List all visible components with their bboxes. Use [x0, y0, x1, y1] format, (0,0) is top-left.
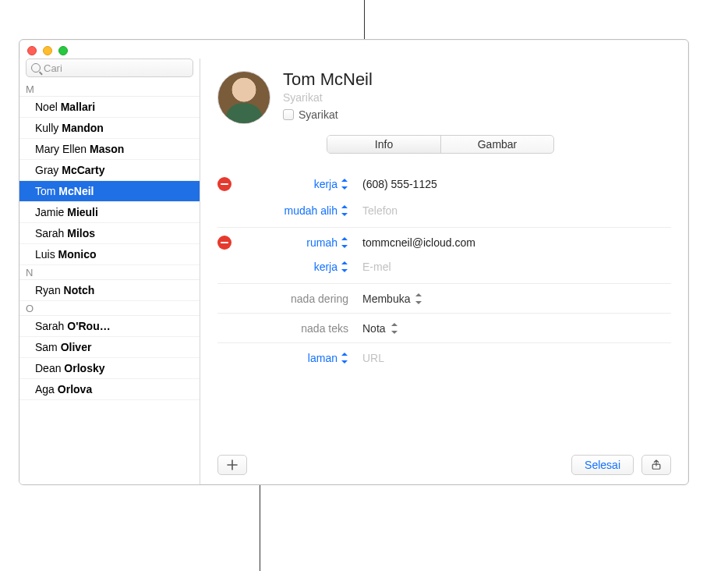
- contact-card: Tom McNeil Syarikat Syarikat Info Gambar…: [200, 59, 688, 484]
- close-window-button[interactable]: [27, 46, 37, 55]
- contact-row[interactable]: Sam Oliver: [19, 337, 200, 358]
- window-traffic-lights: [19, 40, 688, 59]
- chevron-updown-icon: [391, 323, 398, 334]
- phone-mobile-label-select[interactable]: mudah alih: [236, 204, 352, 217]
- email-work-value[interactable]: E-mel: [352, 261, 671, 273]
- done-button[interactable]: Selesai: [571, 455, 634, 475]
- contact-row[interactable]: Jamie Mieuli: [19, 202, 200, 223]
- chevron-updown-icon: [341, 205, 348, 216]
- add-field-button[interactable]: [217, 455, 247, 475]
- contact-row[interactable]: Luis Monico: [19, 244, 200, 265]
- chevron-updown-icon: [341, 353, 348, 364]
- contact-row[interactable]: Gray McCarty: [19, 160, 200, 181]
- search-input[interactable]: Cari: [26, 59, 193, 77]
- search-placeholder: Cari: [44, 62, 62, 74]
- tab-info[interactable]: Info: [327, 136, 440, 153]
- email-home-label-select[interactable]: rumah: [236, 236, 352, 249]
- url-label-select[interactable]: laman: [236, 352, 352, 364]
- section-header: N: [19, 265, 200, 280]
- tab-gambar[interactable]: Gambar: [440, 136, 553, 153]
- email-work-label-select[interactable]: kerja: [236, 261, 352, 273]
- ringtone-label: nada dering: [236, 293, 352, 305]
- contact-row[interactable]: Dean Orlosky: [19, 358, 200, 379]
- contact-row[interactable]: Mary Ellen Mason: [19, 139, 200, 160]
- section-header: M: [19, 82, 200, 97]
- phone-mobile-value[interactable]: Telefon: [352, 204, 671, 217]
- contact-row[interactable]: Sarah Milos: [19, 223, 200, 244]
- contacts-window: Cari MNoel MallariKully MandonMary Ellen…: [19, 39, 689, 485]
- plus-icon: [226, 459, 239, 471]
- texttone-label: nada teks: [236, 322, 352, 335]
- share-button[interactable]: [641, 455, 671, 475]
- contact-row[interactable]: Noel Mallari: [19, 97, 200, 118]
- callout-line-top: [364, 0, 365, 39]
- zoom-window-button[interactable]: [58, 46, 68, 55]
- email-home-value[interactable]: tommcneil@icloud.com: [352, 236, 671, 249]
- contact-row[interactable]: Tom McNeil: [19, 181, 200, 202]
- avatar[interactable]: [217, 71, 270, 124]
- remove-email-home-button[interactable]: [217, 236, 231, 250]
- section-header: O: [19, 301, 200, 316]
- texttone-select[interactable]: Nota: [352, 322, 671, 335]
- chevron-updown-icon: [341, 261, 348, 272]
- phone-work-value[interactable]: (608) 555-1125: [352, 178, 671, 190]
- search-icon: [31, 63, 41, 73]
- contacts-sidebar: Cari MNoel MallariKully MandonMary Ellen…: [19, 59, 200, 484]
- company-checkbox[interactable]: [283, 109, 294, 120]
- contact-name-field[interactable]: Tom McNeil: [283, 69, 671, 90]
- remove-phone-work-button[interactable]: [217, 177, 231, 191]
- contact-list: MNoel MallariKully MandonMary Ellen Maso…: [19, 82, 200, 484]
- chevron-updown-icon: [341, 237, 348, 248]
- contact-row[interactable]: Sarah O'Rou…: [19, 316, 200, 337]
- card-tabs: Info Gambar: [327, 135, 554, 154]
- chevron-updown-icon: [341, 179, 348, 190]
- callout-line-bottom: [260, 485, 260, 571]
- minimize-window-button[interactable]: [43, 46, 52, 55]
- url-value[interactable]: URL: [352, 352, 671, 364]
- phone-work-label-select[interactable]: kerja: [236, 178, 352, 190]
- share-icon: [651, 459, 662, 470]
- contact-row[interactable]: Kully Mandon: [19, 118, 200, 139]
- contact-row[interactable]: Ryan Notch: [19, 280, 200, 301]
- chevron-updown-icon: [415, 293, 422, 304]
- contact-row[interactable]: Aga Orlova: [19, 379, 200, 400]
- company-field[interactable]: Syarikat: [283, 91, 671, 104]
- ringtone-select[interactable]: Membuka: [352, 293, 671, 305]
- company-checkbox-label: Syarikat: [299, 108, 338, 121]
